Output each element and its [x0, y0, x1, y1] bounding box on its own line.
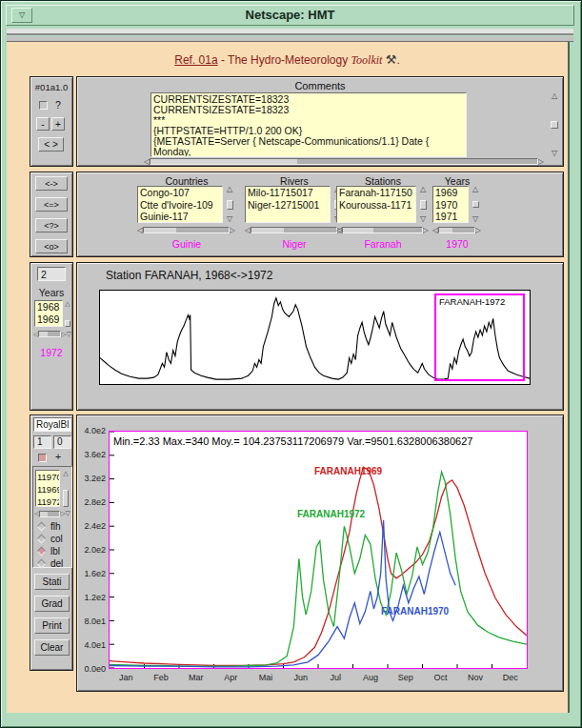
plot-horizontal-scrollbar[interactable]: ◁ ▷ ▽ [34, 510, 70, 517]
comments-textarea[interactable]: CURRENTSIZESTATE=18323 CURRENTSIZESTATE=… [151, 92, 467, 157]
scroll-thumb[interactable] [343, 228, 372, 233]
series-label-1970: FARANAH1970 [381, 606, 449, 617]
countries-horizontal-scrollbar[interactable]: ◁ ▷ [137, 226, 235, 234]
list-item[interactable]: 1970 [433, 199, 468, 212]
scroll-thumb[interactable] [144, 228, 176, 233]
print-button[interactable]: Print [34, 617, 70, 634]
month-label: Dec [492, 673, 528, 682]
link-both-button[interactable]: <-> [35, 176, 68, 191]
stations-vertical-scrollbar[interactable]: △ ▽ [417, 186, 429, 223]
field-b[interactable]: 0 [53, 435, 71, 449]
radio-col[interactable]: col [38, 534, 63, 544]
stations-listbox[interactable]: Faranah-117150 Kouroussa-1171 [336, 186, 416, 223]
scroll-right-icon[interactable]: ▷ [423, 227, 429, 234]
scroll-thumb[interactable] [151, 159, 297, 164]
list-item[interactable]: Congo-107 [138, 187, 222, 199]
scroll-down-icon[interactable]: ▽ [227, 215, 232, 223]
scroll-thumb[interactable] [63, 490, 69, 507]
stati-button[interactable]: Stati [34, 574, 70, 590]
list-item[interactable]: 1969 [433, 187, 468, 199]
rivers-horizontal-scrollbar[interactable]: ◁ ▷ [245, 226, 343, 234]
overview-vertical-scrollbar[interactable]: △ [63, 300, 72, 327]
color-name-field[interactable]: RoyalBl [33, 417, 71, 432]
widget-id-label: #01a1.0 [30, 82, 72, 92]
ytick-label: 1.2e2 [77, 593, 106, 602]
list-item[interactable]: 11969 [36, 483, 59, 495]
overview-years-listbox[interactable]: 1968 1969 [34, 300, 63, 327]
ytick-label: 2.8e2 [77, 497, 106, 507]
clear-button[interactable]: Clear [34, 639, 70, 656]
scroll-down-icon[interactable]: ▽ [66, 510, 70, 517]
scroll-down-icon[interactable]: ▽ [420, 215, 426, 223]
list-item[interactable]: 1971 [433, 211, 468, 223]
radio-lbl[interactable]: lbl [38, 546, 60, 556]
scroll-up-icon[interactable]: △ [227, 186, 232, 193]
list-item[interactable]: Faranah-117150 [337, 187, 415, 199]
scroll-thumb[interactable] [39, 332, 47, 336]
minus-button[interactable]: - [36, 117, 50, 131]
ytick-label: 0.0e0 [77, 664, 106, 674]
scroll-up-icon[interactable]: △ [420, 186, 426, 193]
scroll-thumb[interactable] [551, 121, 558, 129]
years-listbox[interactable]: 1969 1970 1971 [432, 186, 469, 223]
rivers-group: Rivers Milo-11715017 Niger-12715001 △ ▽ … [245, 172, 344, 258]
link-o-button[interactable]: <o> [35, 239, 68, 253]
radio-flh[interactable]: flh [38, 521, 61, 532]
scroll-right-icon[interactable]: ▷ [475, 227, 481, 234]
years-horizontal-scrollbar[interactable]: ◁ ▷ [432, 226, 481, 234]
list-item[interactable]: 1969 [35, 313, 62, 326]
window-menu-button[interactable]: ▽ [11, 8, 32, 23]
plus-button[interactable]: + [51, 117, 65, 131]
stations-horizontal-scrollbar[interactable]: ◁ ▷ [336, 226, 429, 234]
years-vertical-scrollbar[interactable]: △ ▽ [470, 186, 481, 223]
list-item[interactable]: Guinie-117 [138, 211, 222, 223]
scroll-thumb[interactable] [227, 200, 233, 210]
scroll-thumb[interactable] [251, 228, 284, 233]
countries-listbox[interactable]: Congo-107 Ctte d'Ivoire-109 Guinie-117 [137, 186, 223, 223]
scroll-right-icon[interactable]: ▷ [230, 227, 235, 234]
list-item[interactable]: Ctte d'Ivoire-109 [138, 199, 222, 212]
comments-horizontal-scrollbar[interactable]: ◁ ▷ [144, 157, 544, 166]
list-item[interactable]: Kouroussa-1171 [337, 199, 415, 212]
grad-button[interactable]: Grad [34, 596, 70, 612]
series-label-1972: FARANAH1972 [297, 509, 365, 519]
month-label: Apr [213, 673, 249, 682]
window-titlebar[interactable]: Netscape: HMT [6, 5, 574, 26]
selection-box[interactable]: FARANAH-1972 [434, 293, 525, 381]
list-item[interactable]: Niger-12715001 [246, 199, 330, 212]
scroll-right-icon[interactable]: ▷ [538, 158, 544, 166]
page-title: Ref. 01a - The Hydro-Meteorology Toolkit… [7, 52, 568, 68]
scroll-up-icon[interactable]: △ [63, 470, 68, 477]
nav-button[interactable]: < > [38, 137, 64, 152]
scroll-down-icon[interactable]: ▽ [67, 331, 71, 338]
plot-list-group: 11970 11969 11972 △ ◁ ▷ ▽ flh [32, 466, 72, 568]
scroll-up-icon[interactable]: △ [552, 92, 557, 100]
rose-checkbox[interactable] [38, 454, 47, 462]
field-a[interactable]: 1 [33, 435, 51, 449]
comments-vertical-scrollbar[interactable]: △ ▽ [548, 92, 561, 157]
overview-horizontal-scrollbar[interactable]: ◁ ▷ ▽ [33, 330, 71, 338]
scroll-up-icon[interactable]: △ [65, 300, 70, 308]
link-query-button[interactable]: <?> [35, 218, 68, 233]
list-item[interactable]: 1968 [35, 301, 62, 313]
scroll-down-icon[interactable]: ▽ [552, 150, 557, 157]
scroll-down-icon[interactable]: ▽ [472, 215, 478, 223]
year-count-field[interactable]: 2 [37, 267, 66, 281]
plot-vertical-scrollbar[interactable]: △ [61, 470, 70, 507]
list-item[interactable]: 11972 [36, 495, 59, 507]
scroll-thumb[interactable] [420, 200, 427, 210]
rivers-listbox[interactable]: Milo-11715017 Niger-12715001 [245, 186, 331, 223]
scroll-thumb[interactable] [65, 320, 70, 327]
help-checkbox[interactable] [39, 101, 48, 110]
list-item[interactable]: 11970 [36, 471, 59, 483]
scroll-up-icon[interactable]: △ [472, 186, 478, 193]
list-item[interactable]: Milo-11715017 [246, 187, 330, 199]
plot-years-listbox[interactable]: 11970 11969 11972 [35, 470, 60, 507]
ref-link[interactable]: Ref. 01a [174, 53, 217, 67]
scroll-thumb[interactable] [40, 512, 48, 516]
scroll-thumb[interactable] [439, 228, 452, 233]
link-equal-button[interactable]: <=> [35, 197, 68, 212]
scroll-thumb[interactable] [472, 201, 479, 208]
radio-del[interactable]: del [38, 558, 63, 569]
countries-vertical-scrollbar[interactable]: △ ▽ [224, 186, 235, 223]
